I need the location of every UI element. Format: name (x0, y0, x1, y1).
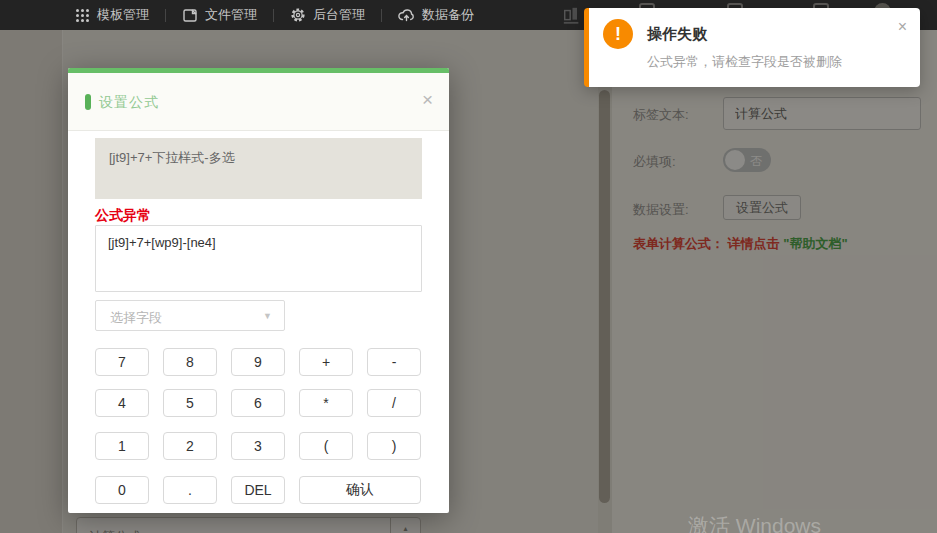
set-formula-modal: 设置公式 × [jt9]+7+下拉样式-多选 公式异常 [jt9]+7+[wp9… (68, 68, 449, 513)
nav-item-backend-management[interactable]: 后台管理 (290, 6, 365, 24)
nav-item-file-management[interactable]: 文件管理 (182, 6, 257, 24)
key-8[interactable]: 8 (163, 348, 217, 376)
toast-message: 公式异常，请检查字段是否被删除 (647, 53, 842, 71)
formula-textarea[interactable]: [jt9]+7+[wp9]-[ne4] (95, 225, 422, 292)
close-icon[interactable]: × (898, 19, 907, 35)
key-delete[interactable]: DEL (231, 476, 285, 504)
nav-item-data-backup[interactable]: 数据备份 (398, 6, 474, 24)
key-1[interactable]: 1 (95, 432, 149, 460)
key-4[interactable]: 4 (95, 389, 149, 417)
nav-item-label: 数据备份 (422, 6, 474, 24)
key-2[interactable]: 2 (163, 432, 217, 460)
key-9[interactable]: 9 (231, 348, 285, 376)
keypad-row: 7 8 9 + - (95, 348, 421, 376)
windows-watermark: 激活 Windows (688, 512, 821, 533)
modal-body: [jt9]+7+下拉样式-多选 公式异常 [jt9]+7+[wp9]-[ne4]… (68, 131, 449, 512)
key-dot[interactable]: . (163, 476, 217, 504)
cloud-upload-icon (398, 7, 415, 23)
toast-title: 操作失败 (647, 25, 707, 44)
grid-icon (75, 8, 90, 23)
key-open-paren[interactable]: ( (299, 432, 353, 460)
keypad-row: 4 5 6 * / (95, 389, 421, 417)
statistics-chart-icon[interactable] (562, 6, 582, 26)
key-plus[interactable]: + (299, 348, 353, 376)
keypad-row: 0 . DEL 确认 (95, 476, 421, 504)
confirm-button[interactable]: 确认 (299, 476, 421, 504)
key-minus[interactable]: - (367, 348, 421, 376)
key-multiply[interactable]: * (299, 389, 353, 417)
nav-item-label: 文件管理 (205, 6, 257, 24)
keypad-row: 1 2 3 ( ) (95, 432, 421, 460)
nav-item-template-management[interactable]: 模板管理 (75, 6, 149, 24)
formula-error-text: 公式异常 (95, 207, 151, 225)
modal-title: 设置公式 (99, 94, 159, 112)
file-icon (182, 7, 198, 23)
key-divide[interactable]: / (367, 389, 421, 417)
app-screen: 计算公式 ▴ 标签文本: 必填项: 否 数据设置: 设置公式 表单计算公式： 详… (0, 0, 937, 533)
title-pill-icon (85, 94, 91, 110)
nav-item-label: 后台管理 (313, 6, 365, 24)
nav-divider (381, 9, 382, 22)
error-toast: ! 操作失败 公式异常，请检查字段是否被删除 × (584, 8, 920, 87)
key-close-paren[interactable]: ) (367, 432, 421, 460)
warning-exclamation-icon: ! (603, 19, 633, 49)
close-icon[interactable]: × (422, 90, 433, 109)
nav-divider (165, 9, 166, 22)
formula-preview: [jt9]+7+下拉样式-多选 (95, 138, 422, 199)
chevron-down-icon: ▼ (263, 311, 272, 321)
key-6[interactable]: 6 (231, 389, 285, 417)
key-3[interactable]: 3 (231, 432, 285, 460)
nav-item-label: 模板管理 (97, 6, 149, 24)
gear-icon (290, 7, 306, 23)
nav-divider (273, 9, 274, 22)
key-5[interactable]: 5 (163, 389, 217, 417)
key-7[interactable]: 7 (95, 348, 149, 376)
modal-header: 设置公式 × (68, 73, 449, 131)
field-select-dropdown[interactable]: 选择字段 ▼ (95, 300, 285, 331)
key-0[interactable]: 0 (95, 476, 149, 504)
field-select-placeholder: 选择字段 (110, 309, 162, 327)
